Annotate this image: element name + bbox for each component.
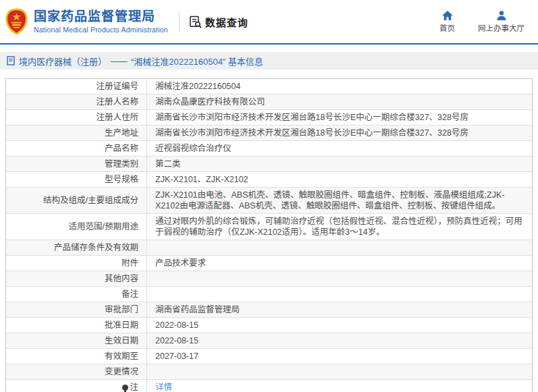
row-label: 其他内容: [6, 271, 147, 286]
row-label: 适用范围/预期用途: [6, 214, 147, 240]
row-value: 第二类: [147, 157, 532, 171]
row-label: 有效期至: [6, 349, 147, 364]
site-subtitle: National Medical Products Administration: [34, 26, 168, 34]
row-label: 生产地址: [6, 125, 147, 140]
row-value: [147, 246, 532, 250]
info-table: 注册证编号湘械注准20222160504注册人名称湖南众晶康医疗科技有限公司注册…: [5, 78, 533, 392]
bulb-icon: [122, 385, 128, 391]
row-label: 产品储存条件及有效期: [6, 240, 147, 255]
row-label: 产品名称: [6, 141, 147, 156]
row-value: 2022-08-15: [147, 318, 532, 333]
row-label: 注册证编号: [6, 79, 147, 94]
nav-label-service-hall: 网上办事大厅: [478, 22, 524, 33]
row-value: 2027-03-17: [147, 349, 532, 364]
table-row: 管理类别第二类: [6, 156, 532, 171]
row-value: 详情: [147, 380, 532, 392]
row-value: 通过对眼内外肌的综合锻炼，可辅助治疗近视（包括假性近视、混合性近视），预防真性近…: [147, 214, 532, 240]
nav-label-home: 首页: [439, 22, 455, 33]
table-row: 其他内容: [6, 271, 532, 286]
row-value: [147, 292, 532, 296]
table-row: 注册人住所湖南省长沙市浏阳市经济技术开发区湘台路18号长沙E中心一期综合楼327…: [6, 109, 532, 125]
row-label: 批准日期: [6, 318, 147, 333]
data-query-label: 数据查询: [205, 15, 248, 29]
row-label: 备注: [6, 287, 147, 302]
row-value: [147, 370, 532, 374]
data-query-section[interactable]: 数据查询: [189, 15, 248, 29]
row-value: 近视弱视综合治疗仪: [147, 141, 532, 156]
site-title: 国家药品监督管理局: [34, 9, 168, 24]
row-value: 2022-08-15: [147, 333, 532, 348]
table-row: 适用范围/预期用途通过对眼内外肌的综合锻炼，可辅助治疗近视（包括假性近视、混合性…: [6, 213, 532, 240]
table-row: 注册人名称湖南众晶康医疗科技有限公司: [6, 94, 532, 109]
table-row: 注册证编号湘械注准20222160504: [6, 79, 532, 94]
table-row: 产品名称近视弱视综合治疗仪: [6, 140, 532, 156]
row-label: 附件: [6, 256, 147, 271]
row-label: 变更情况: [6, 364, 147, 379]
table-row: 审批部门湖南省药品监督管理局: [6, 302, 532, 317]
site-header: 国家药品监督管理局 National Medical Products Admi…: [0, 0, 538, 45]
national-emblem-icon: [5, 8, 28, 35]
breadcrumb-section[interactable]: 境内医疗器械（注册）: [19, 55, 107, 67]
row-value: [147, 277, 532, 281]
row-label: 注: [6, 380, 147, 392]
table-row: 变更情况: [6, 364, 532, 379]
row-label: 生效日期: [6, 333, 147, 348]
row-label: 注册人住所: [6, 110, 147, 125]
table-row: 批准日期2022-08-15: [6, 317, 532, 333]
table-row: 生产地址湖南省长沙市浏阳市经济技术开发区湘台路18号长沙E中心一期综合楼327、…: [6, 125, 532, 140]
row-label: 管理类别: [6, 157, 147, 171]
row-value: ZJK-X2101、ZJK-X2102: [147, 172, 532, 187]
table-row: 结构及组成/主要组成成分ZJK-X2101由电池、ABS机壳、透镜、触眼胶圈组件…: [6, 187, 532, 213]
row-label: 结构及组成/主要组成成分: [6, 188, 147, 213]
row-label: 型号规格: [6, 172, 147, 187]
row-value: 湖南众晶康医疗科技有限公司: [147, 94, 532, 109]
row-label: 审批部门: [6, 302, 147, 317]
details-link[interactable]: 详情: [155, 383, 172, 392]
row-value: 湖南省药品监督管理局: [147, 302, 532, 317]
row-value: 湘械注准20222160504: [147, 79, 532, 94]
nav-item-home[interactable]: 首页: [439, 11, 455, 33]
table-row: 产品储存条件及有效期: [6, 240, 532, 255]
row-label: 注册人名称: [6, 94, 147, 109]
site-logo[interactable]: 国家药品监督管理局 National Medical Products Admi…: [5, 8, 168, 35]
person-icon: [497, 11, 506, 20]
breadcrumb-separator: ——: [111, 56, 127, 66]
header-nav: 首页 网上办事大厅: [439, 11, 529, 33]
table-row: 备注: [6, 286, 532, 302]
table-row: 生效日期2022-08-15: [6, 333, 532, 348]
row-value: 湖南省长沙市浏阳市经济技术开发区湘台路18号长沙E中心一期综合楼327、328号…: [147, 125, 532, 140]
site-title-group: 国家药品监督管理局 National Medical Products Admi…: [34, 9, 168, 34]
breadcrumb: 境内医疗器械（注册） —— “湘械注准20222160504” 基本信息: [0, 52, 538, 69]
breadcrumb-current: “湘械注准20222160504” 基本信息: [131, 55, 263, 67]
document-icon: [7, 56, 15, 65]
nav-item-service-hall[interactable]: 网上办事大厅: [478, 11, 524, 33]
data-query-icon: [189, 16, 202, 28]
header-divider: [179, 11, 180, 32]
table-row: 型号规格ZJK-X2101、ZJK-X2102: [6, 171, 532, 187]
row-value: ZJK-X2101由电池、ABS机壳、透镜、触眼胶圈组件、暗盒组件、控制板、液晶…: [147, 188, 532, 213]
row-value: 湖南省长沙市浏阳市经济技术开发区湘台路18号长沙E中心一期综合楼327、328号…: [147, 110, 532, 125]
row-value: 产品技术要求: [147, 256, 532, 271]
table-row: 附件产品技术要求: [6, 255, 532, 271]
table-row: 有效期至2027-03-17: [6, 348, 532, 364]
table-row: 注详情: [6, 379, 532, 392]
home-icon: [442, 11, 453, 20]
